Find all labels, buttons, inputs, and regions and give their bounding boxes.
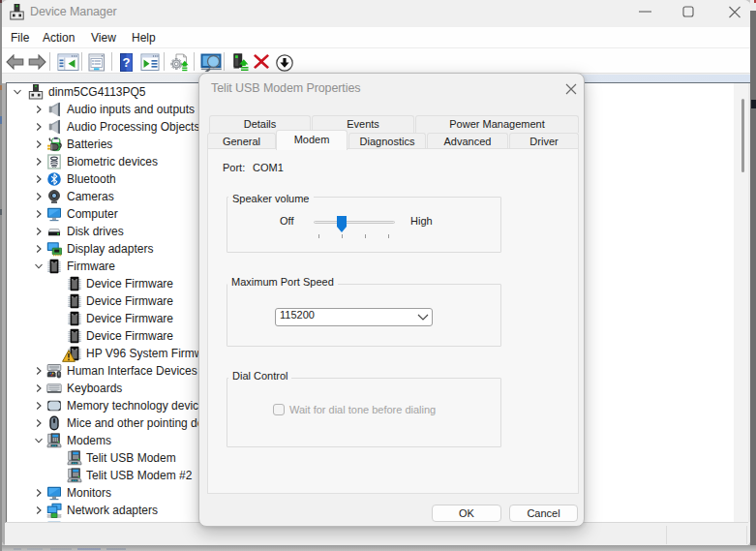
- svg-text:?: ?: [123, 55, 131, 70]
